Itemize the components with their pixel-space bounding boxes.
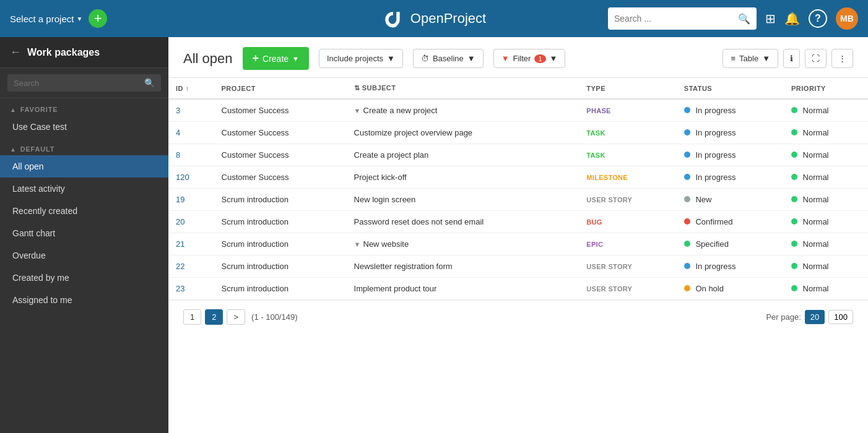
cell-type: TASK: [579, 122, 676, 144]
cell-priority: Normal: [784, 278, 868, 300]
baseline-button[interactable]: ⏱ Baseline ▼: [413, 49, 484, 68]
id-link[interactable]: 3: [176, 106, 180, 115]
global-search-box[interactable]: 🔍: [608, 7, 757, 30]
id-link[interactable]: 4: [176, 128, 180, 137]
cell-subject: ▼Create a new project: [347, 99, 579, 122]
app-name: OpenProject: [410, 11, 486, 27]
cell-status: On hold: [677, 278, 784, 300]
cell-type: BUG: [579, 211, 676, 233]
global-search-input[interactable]: [614, 14, 738, 24]
col-header-id[interactable]: ID ↑: [168, 78, 214, 99]
sidebar-item-gantt-chart[interactable]: Gantt chart: [0, 222, 168, 244]
back-button[interactable]: ←: [10, 46, 21, 59]
create-button[interactable]: + Create ▼: [243, 47, 309, 70]
filter-count: 1: [534, 54, 545, 63]
priority-text: Normal: [803, 284, 829, 293]
sidebar-item-recently-created[interactable]: Recently created: [0, 200, 168, 222]
topnav-center: OpenProject: [382, 7, 486, 30]
cell-project: Customer Success: [214, 144, 347, 166]
sidebar-search-input[interactable]: [14, 79, 139, 88]
help-icon[interactable]: ?: [809, 9, 827, 28]
table-row: 23 Scrum introduction Implement product …: [168, 278, 868, 300]
baseline-icon: ⏱: [421, 54, 429, 63]
cell-id: 3: [168, 99, 214, 122]
cell-project: Customer Success: [214, 122, 347, 144]
status-dot: [684, 218, 690, 225]
fullscreen-button[interactable]: ⛶: [805, 49, 827, 68]
per-page-100-button[interactable]: 100: [828, 310, 853, 324]
cell-status: In progress: [677, 122, 784, 144]
type-badge: USER STORY: [586, 196, 632, 204]
id-link[interactable]: 22: [176, 262, 184, 271]
cell-status: New: [677, 189, 784, 211]
per-page-20-button[interactable]: 20: [805, 310, 825, 324]
id-link[interactable]: 8: [176, 150, 180, 160]
table-row: 21 Scrum introduction ▼New website EPIC …: [168, 233, 868, 255]
grid-icon[interactable]: ⊞: [765, 11, 776, 26]
page-next-button[interactable]: >: [227, 309, 245, 325]
cell-priority: Normal: [784, 144, 868, 166]
col-header-status[interactable]: STATUS: [677, 78, 784, 99]
priority-text: Normal: [803, 239, 829, 249]
cell-subject: Create a project plan: [347, 144, 579, 166]
status-dot: [684, 129, 690, 135]
status-text: In progress: [695, 106, 736, 115]
sidebar-item-assigned-to-me[interactable]: Assigned to me: [0, 289, 168, 311]
col-header-project[interactable]: PROJECT: [214, 78, 347, 99]
priority-text: Normal: [803, 262, 829, 271]
status-text: In progress: [695, 262, 736, 271]
include-projects-arrow: ▼: [387, 54, 395, 63]
sidebar-item-created-by-me[interactable]: Created by me: [0, 267, 168, 289]
cell-type: USER STORY: [579, 278, 676, 300]
per-page-section: Per page: 20 100: [766, 310, 853, 324]
cell-subject: Implement product tour: [347, 278, 579, 300]
filter-arrow: ▼: [550, 54, 558, 63]
select-project-dropdown[interactable]: Select a project ▼: [10, 14, 82, 24]
cell-status: In progress: [677, 166, 784, 189]
priority-dot: [791, 152, 797, 158]
topnav-left: Select a project ▼ +: [10, 9, 107, 28]
table-button[interactable]: ≡ Table ▼: [723, 49, 778, 68]
bell-icon[interactable]: 🔔: [784, 11, 800, 26]
id-link[interactable]: 120: [176, 173, 189, 182]
cell-subject: Project kick-off: [347, 166, 579, 189]
topnav: Select a project ▼ + OpenProject 🔍 ⊞ 🔔 ?…: [0, 0, 868, 37]
work-packages-table-container: ID ↑ PROJECT ⇅ SUBJECT TYPE STATUS PRIOR…: [168, 78, 868, 300]
table-arrow: ▼: [762, 54, 770, 63]
avatar[interactable]: MB: [836, 7, 858, 30]
id-link[interactable]: 20: [176, 217, 184, 226]
more-button[interactable]: ⋮: [831, 49, 853, 68]
cell-status: Specified: [677, 233, 784, 255]
cell-priority: Normal: [784, 211, 868, 233]
add-project-button[interactable]: +: [89, 9, 107, 28]
type-badge: EPIC: [586, 241, 603, 248]
status-text: In progress: [695, 128, 736, 137]
col-header-type[interactable]: TYPE: [579, 78, 676, 99]
include-projects-button[interactable]: Include projects ▼: [319, 49, 403, 68]
sidebar-item-overdue[interactable]: Overdue: [0, 244, 168, 267]
page-1-button[interactable]: 1: [183, 309, 201, 325]
table-icon: ≡: [731, 54, 736, 63]
cell-priority: Normal: [784, 255, 868, 278]
table-body: 3 Customer Success ▼Create a new project…: [168, 99, 868, 300]
col-header-subject[interactable]: ⇅ SUBJECT: [347, 78, 579, 99]
id-link[interactable]: 19: [176, 195, 184, 204]
sidebar-item-use-case-test[interactable]: Use Case test: [0, 116, 168, 138]
filter-button[interactable]: ▼ Filter 1 ▼: [493, 49, 566, 68]
page-2-button[interactable]: 2: [205, 309, 223, 325]
info-button[interactable]: ℹ: [783, 49, 800, 68]
filter-label: Filter: [513, 54, 531, 63]
id-link[interactable]: 23: [176, 284, 184, 293]
topnav-right: 🔍 ⊞ 🔔 ? MB: [608, 7, 858, 30]
priority-text: Normal: [803, 128, 829, 137]
type-badge: USER STORY: [586, 263, 632, 270]
table-row: 22 Scrum introduction Newsletter registr…: [168, 255, 868, 278]
sidebar-item-latest-activity[interactable]: Latest activity: [0, 178, 168, 200]
id-link[interactable]: 21: [176, 239, 184, 249]
sidebar-item-all-open[interactable]: All open: [0, 155, 168, 178]
status-text: New: [695, 195, 711, 204]
col-header-priority[interactable]: PRIORITY: [784, 78, 868, 99]
pagination: 1 2 > (1 - 100/149) Per page: 20 100: [168, 300, 868, 333]
priority-text: Normal: [803, 150, 829, 160]
work-packages-table: ID ↑ PROJECT ⇅ SUBJECT TYPE STATUS PRIOR…: [168, 78, 868, 300]
